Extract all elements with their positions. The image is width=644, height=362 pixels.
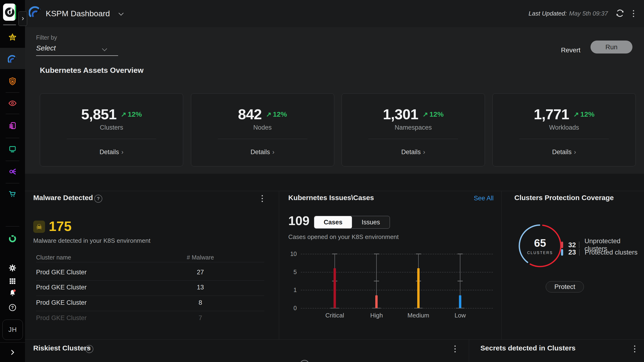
details-link[interactable]: Details› [552,148,576,156]
sidebar-item-help[interactable]: ? [0,302,25,313]
shield-icon [8,77,17,86]
gauge-kspm-icon [8,55,17,64]
sidebar-divider [6,161,19,161]
table-row-malware-count: 27 [165,269,236,276]
table-row-cluster-name[interactable]: Prod GKE Cluster [36,284,87,291]
x-axis-label-high: High [359,312,394,319]
details-link[interactable]: Details› [250,148,274,156]
svg-text:?: ? [11,305,14,310]
see-all-link[interactable]: See All [474,195,494,202]
help-icon: ? [8,303,17,312]
avatar[interactable]: JH [2,320,23,340]
last-updated: Last Updated:May 5th 09:37 [528,10,608,17]
attack-path-icon [8,167,17,176]
y-axis-tick-5: 5 [283,269,297,276]
sidebar-item-workloads[interactable] [0,144,25,154]
x-axis-label-low: Low [442,312,478,319]
card-value-row: 842↗12% [238,106,287,122]
secrets-panel-title: Secrets detected in Clusters [480,344,576,352]
donut-segment-unprotected [518,224,562,268]
refresh-button[interactable] [615,8,625,19]
header-bar: KSPM Dashboard Last Updated:May 5th 09:3… [25,0,644,27]
chevron-right-icon: › [423,148,425,156]
chevron-right-icon: › [122,148,124,156]
clipped-help-icon [300,360,309,362]
card-value: 1,301 [383,106,418,122]
chevron-down-icon[interactable] [103,47,106,52]
table-row-malware-count: 8 [165,299,236,306]
sidebar-item-kspm[interactable] [0,54,25,64]
gridline-1 [301,290,493,290]
bar-high[interactable] [375,295,378,308]
tab-cases[interactable]: Cases [314,216,352,228]
card-label: Workloads [549,124,579,131]
sidebar: ? JH [0,0,25,362]
malware-menu-button[interactable] [261,194,264,203]
legend-separator [579,242,579,248]
sidebar-item-notifications[interactable] [0,288,25,298]
malware-subtitle: Malware detected in your K8S environment [33,237,150,244]
details-link[interactable]: Details› [100,148,124,156]
avatar-initials: JH [8,326,17,334]
run-button[interactable]: Run [590,40,632,54]
revert-button[interactable]: Revert [556,45,585,56]
page-title: KSPM Dashboard [46,9,110,18]
header-menu-button[interactable] [632,9,635,18]
sidebar-expand-button[interactable] [0,347,25,358]
title-dropdown[interactable] [119,11,123,16]
riskiest-menu-button[interactable] [454,344,456,353]
bar-critical[interactable] [334,268,336,308]
card-trend: ↗12% [266,110,287,118]
overview-title: Kubernetes Assets Overview [40,66,144,75]
last-updated-value: May 5th 09:37 [569,10,608,17]
table-divider [36,311,264,311]
trend-up-icon: ↗ [573,111,579,118]
eye-icon [8,99,17,108]
sidebar-item-reports[interactable] [0,120,25,131]
legend-separator [579,249,580,256]
legend-value: 32 [568,241,579,249]
whisker-cap-max [416,254,421,254]
sidebar-item-visibility[interactable] [0,98,25,108]
bar-medium[interactable] [417,268,420,308]
sidebar-item-apps[interactable] [0,276,25,286]
malware-help-icon[interactable]: ? [94,195,102,203]
apps-grid-icon [9,278,16,285]
card-label: Nodes [253,124,272,131]
details-link[interactable]: Details› [401,148,425,156]
legend-marker [561,242,563,248]
kspm-dashboard-page: ? JH KSPM Dashboard [0,0,644,362]
protect-button[interactable]: Protect [546,281,584,292]
table-divider [36,280,264,281]
panel-expand-button[interactable] [18,11,27,26]
table-row-cluster-name[interactable]: Prod GKE Cluster [36,314,87,322]
table-row-cluster-name[interactable]: Prod GKE Cluster [36,269,87,276]
malware-panel-title: Malware Detected [33,194,93,202]
column-header-cluster-name[interactable]: Cluster name [36,254,71,261]
whisker-cap-max [332,254,337,254]
sidebar-item-attack-path[interactable] [0,166,25,177]
filter-select[interactable]: Select [36,44,56,52]
sidebar-item-status-ring[interactable] [0,234,25,244]
cases-issues-toggle: CasesIssues [314,216,390,228]
whisker-cap-mid [374,281,379,282]
riskiest-help-icon[interactable]: ? [85,345,93,353]
legend-label: Protected clusters [585,249,638,256]
card-value: 842 [238,106,262,122]
logo-green-strip [15,4,16,21]
chevron-right-icon [21,16,25,21]
card-trend: ↗12% [573,110,594,118]
table-row-cluster-name[interactable]: Prod GKE Cluster [36,299,87,306]
sidebar-item-settings[interactable] [0,263,25,273]
column-header-malware-count[interactable]: # Malware [165,254,236,261]
tab-issues[interactable]: Issues [352,216,390,228]
bar-low[interactable] [459,295,461,308]
sidebar-item-favorites[interactable] [0,32,25,42]
whisker-cap-max [374,254,379,254]
sidebar-item-marketplace[interactable] [0,189,25,199]
app-logo[interactable] [3,4,16,21]
sidebar-item-shield[interactable] [0,76,25,86]
gridline-10 [301,254,493,254]
secrets-menu-button[interactable] [633,344,636,353]
refresh-icon [615,8,625,18]
